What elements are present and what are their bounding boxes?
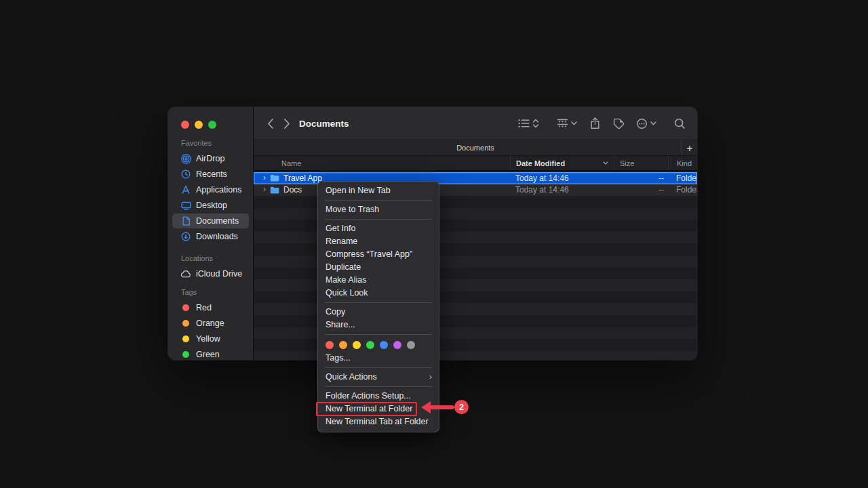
search-icon [674, 118, 686, 129]
sort-chevron-down-icon [603, 161, 608, 165]
sidebar-item-label: Green [196, 350, 220, 359]
folder-icon [270, 186, 279, 194]
zoom-window-button[interactable] [208, 121, 216, 129]
sidebar-item-label: AirDrop [196, 154, 224, 163]
sidebar-item-tag-green[interactable]: Green [172, 347, 249, 360]
menu-separator [325, 386, 432, 387]
sidebar-item-label: Documents [196, 216, 239, 226]
file-date-modified: Today at 14:46 [510, 174, 614, 183]
disclosure-chevron-icon[interactable]: › [263, 174, 266, 182]
sidebar-item-airdrop[interactable]: AirDrop [172, 151, 249, 166]
menu-item-move-to-trash[interactable]: Move to Trash [318, 203, 439, 216]
yellow-tag-color-button[interactable] [353, 341, 361, 349]
forward-button[interactable] [283, 118, 290, 129]
share-button[interactable] [590, 117, 600, 129]
red-tag-color-button[interactable] [326, 341, 334, 349]
more-actions-button[interactable] [636, 118, 656, 129]
chevron-down-icon [571, 121, 577, 125]
sidebar-item-tag-yellow[interactable]: Yellow [172, 331, 249, 346]
column-header-size[interactable]: Size [614, 156, 668, 170]
sidebar-item-desktop[interactable]: Desktop [172, 198, 249, 213]
menu-item-duplicate[interactable]: Duplicate [318, 261, 439, 274]
search-button[interactable] [674, 118, 686, 129]
purple-tag-color-button[interactable] [393, 341, 401, 349]
file-name: Travel App [283, 174, 322, 183]
green-tag-dot-icon [180, 351, 191, 358]
disclosure-chevron-icon[interactable]: › [263, 185, 266, 193]
sidebar-item-documents[interactable]: Documents [172, 214, 249, 228]
airdrop-icon [180, 154, 191, 164]
finder-sidebar: Favorites AirDrop Recents [168, 107, 254, 360]
chevron-down-icon [650, 121, 656, 125]
folder-icon [270, 174, 279, 182]
window-controls [181, 121, 216, 129]
sidebar-section-tags: Tags Red Orange Yellow Green [168, 287, 253, 360]
minimize-window-button[interactable] [195, 121, 203, 129]
tab-documents[interactable]: Documents [456, 144, 494, 152]
menu-separator [325, 302, 432, 303]
file-size: -- [614, 174, 668, 183]
submenu-chevron-icon: › [429, 371, 432, 384]
file-size: -- [614, 185, 668, 195]
tab-bar: Documents + [254, 140, 697, 156]
sidebar-section-locations: Locations iCloud Drive [168, 253, 253, 282]
sidebar-section-favorites: Favorites AirDrop Recents [168, 138, 253, 245]
gray-tag-color-button[interactable] [407, 341, 415, 349]
sidebar-item-tag-orange[interactable]: Orange [172, 316, 249, 331]
file-kind: Folder [668, 174, 697, 183]
menu-item-rename[interactable]: Rename [318, 235, 439, 248]
window-title: Documents [299, 119, 349, 129]
menu-item-open-in-new-tab[interactable]: Open in New Tab [318, 184, 439, 197]
menu-item-get-info[interactable]: Get Info [318, 222, 439, 235]
menu-item-new-terminal-tab-at-folder[interactable]: New Terminal Tab at Folder [318, 415, 439, 428]
sidebar-item-label: Yellow [196, 334, 220, 344]
yellow-tag-dot-icon [180, 336, 191, 342]
tag-icon [613, 118, 625, 129]
menu-separator [325, 367, 432, 368]
sidebar-item-recents[interactable]: Recents [172, 167, 249, 182]
tags-button[interactable] [613, 118, 625, 129]
share-icon [590, 117, 600, 129]
file-name: Docs [283, 185, 302, 195]
close-window-button[interactable] [181, 121, 189, 129]
menu-item-quick-actions[interactable]: Quick Actions › [318, 371, 439, 384]
new-tab-button[interactable]: + [682, 140, 697, 155]
sidebar-item-icloud-drive[interactable]: iCloud Drive [172, 266, 249, 281]
sidebar-item-tag-red[interactable]: Red [172, 300, 249, 315]
menu-separator [325, 334, 432, 335]
sidebar-section-label: Tags [168, 287, 253, 297]
sidebar-item-label: Red [196, 303, 212, 312]
menu-item-share[interactable]: Share... [318, 319, 439, 331]
sidebar-item-label: Recents [196, 169, 227, 179]
column-headers: Name Date Modified Size Kind [254, 156, 697, 171]
context-menu: Open in New Tab Move to Trash Get Info R… [317, 181, 439, 432]
column-header-name[interactable]: Name [254, 156, 510, 170]
menu-tag-color-row [318, 338, 439, 352]
sidebar-item-label: Desktop [196, 201, 227, 210]
sidebar-item-label: Downloads [196, 232, 238, 241]
blue-tag-color-button[interactable] [380, 341, 388, 349]
column-header-date-modified[interactable]: Date Modified [510, 156, 614, 170]
chevron-up-down-icon [532, 119, 539, 128]
desktop-icon [180, 201, 191, 210]
sidebar-item-label: iCloud Drive [196, 269, 242, 279]
orange-tag-color-button[interactable] [339, 341, 347, 349]
sidebar-item-applications[interactable]: Applications [172, 182, 249, 197]
column-header-kind[interactable]: Kind [668, 156, 697, 170]
group-by-button[interactable] [557, 119, 577, 129]
sidebar-item-downloads[interactable]: Downloads [172, 229, 249, 244]
menu-item-make-alias[interactable]: Make Alias [318, 274, 439, 287]
menu-separator [325, 200, 432, 201]
finder-toolbar: Documents [254, 107, 697, 140]
recents-icon [180, 169, 191, 179]
desktop-background: Favorites AirDrop Recents [0, 0, 868, 488]
ellipsis-circle-icon [636, 118, 648, 129]
menu-item-quick-look[interactable]: Quick Look [318, 287, 439, 300]
view-mode-button[interactable] [518, 119, 539, 128]
menu-item-compress[interactable]: Compress “Travel App” [318, 248, 439, 261]
back-button[interactable] [267, 118, 274, 129]
menu-item-tags[interactable]: Tags... [318, 352, 439, 365]
green-tag-color-button[interactable] [366, 341, 374, 349]
group-view-icon [557, 119, 568, 129]
menu-item-copy[interactable]: Copy [318, 306, 439, 319]
